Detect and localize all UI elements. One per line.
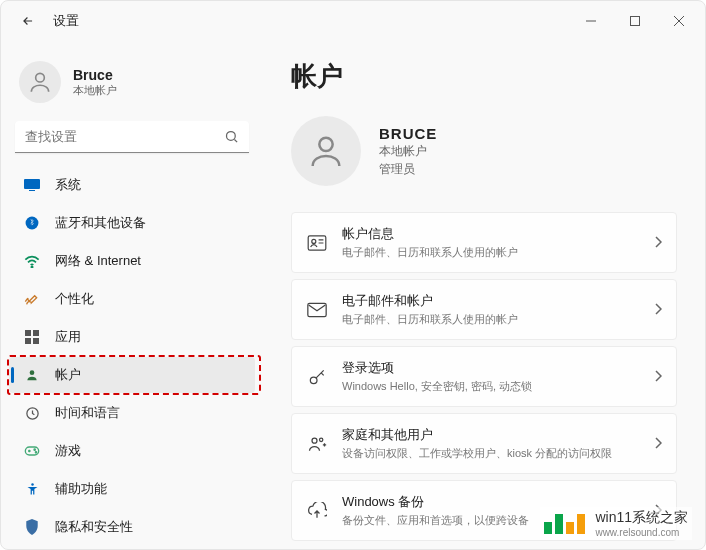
svg-point-23 xyxy=(320,438,323,441)
sidebar-item-accounts[interactable]: 帐户 xyxy=(9,357,255,393)
clock-icon xyxy=(23,404,41,422)
avatar xyxy=(291,116,361,186)
wifi-icon xyxy=(23,252,41,270)
sidebar-item-label: 蓝牙和其他设备 xyxy=(55,214,146,232)
chevron-right-icon xyxy=(654,435,662,453)
search-icon xyxy=(224,129,239,148)
svg-rect-13 xyxy=(25,447,38,455)
person-icon xyxy=(306,131,346,171)
sidebar-item-system[interactable]: 系统 xyxy=(9,167,255,203)
card-sub: 电子邮件、日历和联系人使用的帐户 xyxy=(342,245,640,260)
svg-point-2 xyxy=(227,132,236,141)
sidebar-item-label: 网络 & Internet xyxy=(55,252,141,270)
svg-point-17 xyxy=(319,138,332,151)
page-title: 帐户 xyxy=(291,59,677,94)
svg-rect-3 xyxy=(24,179,40,189)
profile-name: BRUCE xyxy=(379,125,437,142)
sidebar-item-network[interactable]: 网络 & Internet xyxy=(9,243,255,279)
svg-rect-8 xyxy=(33,330,39,336)
svg-rect-4 xyxy=(29,190,35,191)
card-title: 家庭和其他用户 xyxy=(342,426,640,444)
card-account-info[interactable]: 帐户信息 电子邮件、日历和联系人使用的帐户 xyxy=(291,212,677,273)
sidebar-nav: 系统 蓝牙和其他设备 网络 & Internet 个性化 应用 xyxy=(9,167,255,549)
svg-rect-20 xyxy=(308,303,326,316)
bluetooth-icon xyxy=(23,214,41,232)
search-input[interactable] xyxy=(15,121,249,153)
sidebar-item-label: 时间和语言 xyxy=(55,404,120,422)
card-body: 家庭和其他用户 设备访问权限、工作或学校用户、kiosk 分配的访问权限 xyxy=(342,426,640,461)
arrow-left-icon xyxy=(21,14,35,28)
card-sub: Windows Hello, 安全密钥, 密码, 动态锁 xyxy=(342,379,640,394)
card-family-users[interactable]: 家庭和其他用户 设备访问权限、工作或学校用户、kiosk 分配的访问权限 xyxy=(291,413,677,474)
watermark-name: win11系统之家 xyxy=(595,509,688,527)
card-title: 电子邮件和帐户 xyxy=(342,292,640,310)
svg-rect-9 xyxy=(25,338,31,344)
svg-point-21 xyxy=(310,377,317,384)
titlebar: 设置 xyxy=(1,1,705,41)
gamepad-icon xyxy=(23,442,41,460)
svg-point-11 xyxy=(30,370,35,375)
sidebar-item-label: 系统 xyxy=(55,176,81,194)
sidebar-item-personalization[interactable]: 个性化 xyxy=(9,281,255,317)
sidebar-item-gaming[interactable]: 游戏 xyxy=(9,433,255,469)
sidebar-user-sub: 本地帐户 xyxy=(73,83,117,98)
person-icon xyxy=(23,366,41,384)
card-body: 登录选项 Windows Hello, 安全密钥, 密码, 动态锁 xyxy=(342,359,640,394)
key-icon xyxy=(306,366,328,388)
sidebar-user-name: Bruce xyxy=(73,67,117,83)
svg-point-14 xyxy=(34,449,35,450)
svg-rect-10 xyxy=(33,338,39,344)
brush-icon xyxy=(23,290,41,308)
search-wrap xyxy=(15,121,249,153)
chevron-right-icon xyxy=(654,301,662,319)
sidebar-item-time-language[interactable]: 时间和语言 xyxy=(9,395,255,431)
svg-rect-0 xyxy=(631,17,640,26)
backup-icon xyxy=(306,500,328,522)
svg-point-22 xyxy=(312,438,317,443)
back-button[interactable] xyxy=(17,10,39,32)
sidebar-item-label: 个性化 xyxy=(55,290,94,308)
card-sub: 设备访问权限、工作或学校用户、kiosk 分配的访问权限 xyxy=(342,446,640,461)
sidebar-item-accessibility[interactable]: 辅助功能 xyxy=(9,471,255,507)
svg-rect-7 xyxy=(25,330,31,336)
apps-icon xyxy=(23,328,41,346)
sidebar-item-bluetooth[interactable]: 蓝牙和其他设备 xyxy=(9,205,255,241)
sidebar-item-apps[interactable]: 应用 xyxy=(9,319,255,355)
sidebar-user[interactable]: Bruce 本地帐户 xyxy=(9,55,255,117)
maximize-icon xyxy=(630,16,640,26)
sidebar-item-label: 辅助功能 xyxy=(55,480,107,498)
shield-icon xyxy=(23,518,41,536)
person-icon xyxy=(27,69,53,95)
accessibility-icon xyxy=(23,480,41,498)
mail-icon xyxy=(306,299,328,321)
watermark-url: www.relsound.com xyxy=(595,527,688,538)
profile-text: BRUCE 本地帐户 管理员 xyxy=(379,125,437,178)
profile-row: BRUCE 本地帐户 管理员 xyxy=(291,116,677,186)
sidebar-item-privacy[interactable]: 隐私和安全性 xyxy=(9,509,255,545)
card-title: 登录选项 xyxy=(342,359,640,377)
main-content: 帐户 BRUCE 本地帐户 管理员 帐户信息 电子邮件、日历和联系人使用的帐户 xyxy=(263,41,705,549)
watermark-logo-icon xyxy=(544,514,585,534)
card-sub: 电子邮件、日历和联系人使用的帐户 xyxy=(342,312,640,327)
card-signin-options[interactable]: 登录选项 Windows Hello, 安全密钥, 密码, 动态锁 xyxy=(291,346,677,407)
svg-point-6 xyxy=(31,266,32,267)
sidebar-item-update[interactable]: Windows 更新 xyxy=(9,547,255,549)
sidebar-item-label: 隐私和安全性 xyxy=(55,518,133,536)
card-email-accounts[interactable]: 电子邮件和帐户 电子邮件、日历和联系人使用的帐户 xyxy=(291,279,677,340)
avatar xyxy=(19,61,61,103)
sidebar-user-text: Bruce 本地帐户 xyxy=(73,67,117,98)
window-controls xyxy=(569,5,701,37)
maximize-button[interactable] xyxy=(613,5,657,37)
watermark: win11系统之家 www.relsound.com xyxy=(540,507,692,540)
svg-point-19 xyxy=(312,239,316,243)
sidebar-item-label: 帐户 xyxy=(55,366,81,384)
people-add-icon xyxy=(306,433,328,455)
close-button[interactable] xyxy=(657,5,701,37)
sidebar-item-label: 游戏 xyxy=(55,442,81,460)
close-icon xyxy=(674,16,684,26)
window-body: Bruce 本地帐户 系统 蓝牙和其他设备 xyxy=(1,41,705,549)
sidebar-item-label: 应用 xyxy=(55,328,81,346)
svg-point-16 xyxy=(31,483,34,486)
profile-account-type: 本地帐户 xyxy=(379,142,437,160)
minimize-button[interactable] xyxy=(569,5,613,37)
